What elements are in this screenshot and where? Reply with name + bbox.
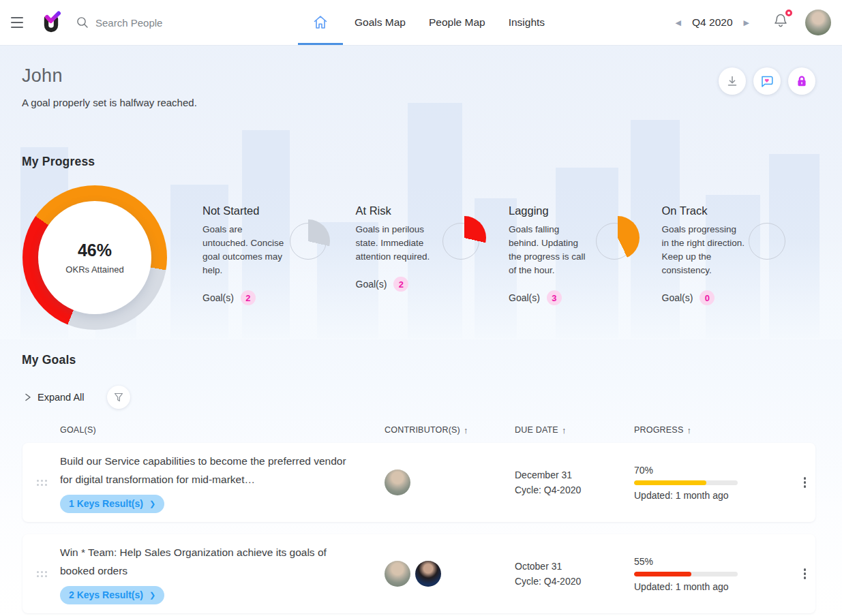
my-goals-title: My Goals (22, 353, 76, 367)
goals-count-badge[interactable]: 2 (241, 290, 256, 305)
top-navigation-bar: Goals Map People Map Insights ◀ Q4 2020 … (0, 0, 842, 45)
active-tab-indicator (298, 43, 343, 45)
user-hero: John A goal properly set is halfway reac… (22, 65, 197, 108)
download-icon (725, 74, 739, 88)
contributors-cell (367, 469, 507, 495)
tab-insights[interactable]: Insights (497, 0, 556, 45)
app-logo[interactable] (40, 10, 63, 35)
status-title: On Track (662, 204, 815, 217)
on-track-pie-icon (745, 219, 789, 263)
progress-bar (634, 572, 738, 576)
progress-percent: 55% (634, 556, 777, 567)
lock-button[interactable] (788, 67, 815, 95)
status-description: Goals progressing in the right direction… (662, 223, 745, 277)
donut-center: 46% OKRs Attained (38, 201, 151, 314)
progress-cell: 70% Updated: 1 month ago (627, 465, 777, 501)
drag-handle[interactable] (37, 571, 48, 577)
cycle-prev-icon[interactable]: ◀ (673, 16, 684, 30)
goals-count-badge[interactable]: 3 (547, 290, 562, 305)
sort-asc-icon: ↑ (562, 425, 567, 435)
download-button[interactable] (719, 67, 746, 95)
goals-label: Goal(s) (509, 292, 540, 303)
goals-toolbar: Expand All (23, 386, 130, 409)
expand-all-button[interactable]: Expand All (37, 392, 85, 403)
goals-label: Goal(s) (202, 292, 234, 303)
contributor-avatar (385, 469, 410, 495)
cycle-selector: ◀ Q4 2020 ▶ (673, 16, 752, 30)
status-card-not-started: Not Started Goals are untouched. Concise… (202, 204, 356, 305)
tab-home[interactable] (298, 0, 343, 45)
home-icon (312, 14, 329, 31)
lagging-pie-icon (592, 219, 636, 263)
due-date-cell: October 31 Cycle: Q4-2020 (507, 559, 627, 589)
search-icon (76, 16, 89, 29)
status-card-on-track: On Track Goals progressing in the right … (662, 204, 815, 305)
due-date-cell: December 31 Cycle: Q4-2020 (507, 467, 627, 497)
status-description: Goals falling behind. Updating the progr… (509, 223, 592, 277)
status-card-lagging: Lagging Goals falling behind. Updating t… (509, 204, 662, 305)
chevron-right-icon: ❯ (149, 591, 155, 600)
column-due-date[interactable]: DUE DATE↑ (507, 425, 627, 435)
at-risk-pie-icon (439, 219, 483, 263)
filter-funnel-icon (112, 391, 125, 403)
goal-title: Build our Service capabilities to become… (60, 452, 355, 489)
cycle-next-icon[interactable]: ▶ (741, 16, 752, 30)
goal-row[interactable]: Build our Service capabilities to become… (22, 443, 815, 522)
okr-donut-chart: 46% OKRs Attained (22, 185, 167, 330)
topbar-right-group: ◀ Q4 2020 ▶ (673, 0, 831, 45)
lock-icon (794, 74, 809, 89)
status-title: Not Started (202, 204, 356, 217)
hero-action-buttons (719, 67, 815, 95)
sort-asc-icon: ↑ (687, 425, 691, 435)
not-started-pie-icon (286, 219, 330, 263)
contributors-cell (367, 561, 507, 587)
notification-badge (785, 10, 792, 16)
status-description: Goals are untouched. Concise goal outcom… (202, 223, 286, 277)
search-input[interactable] (95, 17, 225, 29)
feedback-button[interactable] (753, 67, 781, 95)
tab-goals-map[interactable]: Goals Map (343, 0, 417, 45)
goal-row[interactable]: Win * Team: Help Sales Organization achi… (22, 534, 815, 613)
goal-title: Win * Team: Help Sales Organization achi… (60, 543, 355, 580)
motivation-quote: A goal properly set is halfway reached. (22, 97, 197, 108)
column-progress[interactable]: PROGRESS↑ (627, 425, 777, 435)
user-avatar[interactable] (805, 10, 831, 35)
hamburger-menu-icon[interactable] (11, 17, 27, 28)
updated-label: Updated: 1 month ago (634, 490, 777, 501)
filter-button[interactable] (107, 386, 130, 409)
updated-label: Updated: 1 month ago (634, 581, 777, 592)
progress-bar (634, 480, 738, 485)
chevron-right-icon: ❯ (149, 499, 155, 508)
key-results-pill[interactable]: 1 Keys Result(s)❯ (60, 495, 164, 513)
status-card-at-risk: At Risk Goals in perilous state. Immedia… (356, 204, 509, 305)
goals-count-badge[interactable]: 0 (700, 290, 715, 305)
cycle-label: Q4 2020 (692, 16, 732, 29)
feedback-heart-icon (760, 74, 775, 89)
my-progress-title: My Progress (22, 155, 95, 169)
status-title: At Risk (356, 204, 509, 217)
okr-dashboard-page: Goals Map People Map Insights ◀ Q4 2020 … (0, 0, 842, 616)
tab-people-map[interactable]: People Map (417, 0, 497, 45)
okr-percent-label: OKRs Attained (65, 264, 123, 275)
goals-table-header: GOAL(S) CONTRIBUTOR(S)↑ DUE DATE↑ PROGRE… (22, 422, 815, 437)
column-contributors[interactable]: CONTRIBUTOR(S)↑ (367, 425, 507, 435)
chevron-right-icon[interactable] (23, 392, 33, 403)
sort-asc-icon: ↑ (464, 425, 468, 435)
contributor-avatar (385, 561, 410, 587)
status-title: Lagging (509, 204, 662, 217)
status-description: Goals in perilous state. Immediate atten… (356, 223, 439, 264)
primary-nav: Goals Map People Map Insights (298, 0, 556, 45)
notifications-button[interactable] (772, 12, 789, 33)
status-card-list: Not Started Goals are untouched. Concise… (202, 204, 815, 305)
column-goals[interactable]: GOAL(S) (60, 425, 367, 435)
row-menu-button[interactable] (794, 568, 815, 579)
row-menu-button[interactable] (794, 477, 815, 488)
progress-cell: 55% Updated: 1 month ago (627, 556, 777, 592)
drag-handle[interactable] (37, 480, 48, 486)
goals-label: Goal(s) (662, 292, 693, 303)
progress-percent: 70% (634, 465, 777, 476)
okr-percent-value: 46% (78, 241, 112, 260)
key-results-pill[interactable]: 2 Keys Result(s)❯ (60, 586, 164, 604)
goals-count-badge[interactable]: 2 (393, 277, 408, 292)
contributor-avatar (415, 561, 441, 587)
